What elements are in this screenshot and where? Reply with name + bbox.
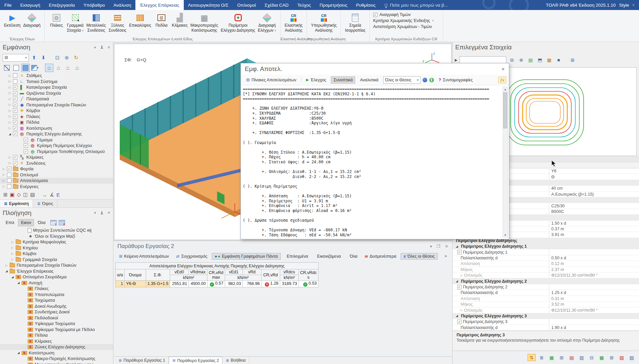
level-select[interactable]: Θ ▾ <box>3 54 29 62</box>
expander-icon[interactable] <box>9 103 13 106</box>
menu-item[interactable]: Ρυθμίσεις <box>352 0 380 10</box>
col-vrdcs[interactable]: vRdcs <box>280 269 298 275</box>
chevron-down-icon[interactable]: ▾ <box>94 211 96 215</box>
tree-item[interactable]: Κόμβοι <box>0 108 113 114</box>
view-wireframe-icon[interactable] <box>3 64 11 72</box>
model-outline-icon[interactable]: ⌂ <box>54 64 63 72</box>
copy-icon[interactable]: ⧉ <box>508 57 516 63</box>
ribbon-button[interactable]: ΕλαστικήςΑνάλυσης <box>283 12 304 33</box>
tree-item[interactable]: Στάθμες <box>0 73 113 79</box>
col-cr-vrdcs[interactable]: CR,vRdc s <box>298 269 318 281</box>
close-icon[interactable]: ✕ <box>501 67 505 72</box>
property-row[interactable]: ▷ Απόσταση 0.31 m <box>453 296 639 302</box>
angle-icon[interactable]: ∡ <box>50 192 54 198</box>
toolbar-button[interactable]: Επιλεγμένα <box>282 253 311 260</box>
visibility-checkbox[interactable] <box>13 120 17 124</box>
tree-item[interactable]: Κριτήρια Μορφολογίας <box>0 239 113 245</box>
export-icon[interactable]: ⇅ <box>528 354 536 361</box>
view-hiddenline-icon[interactable] <box>12 64 20 72</box>
expander-icon[interactable] <box>9 115 13 118</box>
positions-select[interactable]: Όλες οι Θέσεις ▾ <box>383 76 421 84</box>
toolbar-button[interactable]: Όλα <box>345 253 361 260</box>
tree-item[interactable]: Αποτελέσματα <box>0 178 113 184</box>
toolbar-overflow-chevron[interactable]: » <box>445 254 449 258</box>
tree-item[interactable]: Γέμισμα <box>0 137 113 143</box>
tree-item[interactable]: Πεπερασμένα Στοιχεία Πλακών <box>0 102 113 108</box>
property-row[interactable]: ▷ Περίμετρος Ελέγχου Διάτρησης 3 <box>453 313 639 319</box>
ribbon-button[interactable]: Διαγραφή <box>22 12 42 29</box>
visibility-checkbox[interactable] <box>24 138 28 142</box>
visibility-checkbox[interactable] <box>13 97 17 101</box>
panel-tab[interactable]: ≣ Όψεις <box>33 200 57 207</box>
menu-item[interactable]: File <box>0 0 16 10</box>
table-row[interactable]: 1 Υ6-Θ 1.35·G+1.5 2551.81 4500.00 0.57 9… <box>116 281 318 287</box>
perimeter-checkbox[interactable] <box>457 285 462 289</box>
ribbon-button[interactable]: Μακροπεριοχές Κοιτόστρωσης <box>189 12 219 34</box>
tree-item[interactable]: Όλοι οι Έλεγχοι Μαζί <box>0 233 113 239</box>
ribbon-button[interactable]: Κλίμακες <box>170 12 189 34</box>
layers-icon[interactable]: ▤ <box>527 57 534 63</box>
property-row[interactable]: ▷ Πολλαπλασιαστής d 0.50 x d <box>453 255 639 261</box>
expander-icon[interactable] <box>17 351 22 354</box>
expander-icon[interactable] <box>9 97 13 101</box>
restore-icon[interactable]: ❐ <box>437 244 440 249</box>
run-check-button[interactable]: ▶ Έλεγχος <box>303 76 329 84</box>
col-vrd[interactable]: vRd <box>242 269 261 275</box>
expander-icon[interactable] <box>17 281 22 284</box>
tree-item[interactable]: Δοκοί Ανωδομής <box>0 303 113 309</box>
expander-icon[interactable] <box>9 161 13 165</box>
tree-item[interactable]: Κτηρίου <box>0 245 113 251</box>
table-check-icon[interactable]: ▦ <box>548 354 556 361</box>
pin-icon[interactable] <box>100 45 103 49</box>
menu-item[interactable]: Λειτουργικότητα Ο/Σ <box>184 0 233 10</box>
expander-icon[interactable]: ▷ <box>461 309 463 312</box>
property-row[interactable]: ▷ Περίμετρος Διάτρησης 1 <box>453 249 639 255</box>
tree-item[interactable]: Κατακόρυφα Στοιχεία <box>0 84 113 90</box>
dimension-icon[interactable]: ↔ <box>42 192 47 198</box>
ribbon-button[interactable]: Επικαλύψεις <box>128 12 152 34</box>
panel-tab[interactable]: ≣ Εμφάνιση <box>0 200 33 207</box>
style-menu[interactable]: Style <box>619 3 629 8</box>
expander-icon[interactable] <box>9 156 13 159</box>
color-criteria-menu[interactable]: Κριτήρια Χρωματικής Ένδειξης ˅ <box>373 18 434 23</box>
tree-item[interactable]: Κοιτόστρωση <box>0 350 113 356</box>
visibility-checkbox[interactable] <box>24 143 28 148</box>
tree-item[interactable]: Ενέργειες <box>0 184 113 190</box>
ribbon-button[interactable]: Γραμμικά Στοιχεία ˅ <box>65 12 85 34</box>
cube-blue-icon[interactable]: ⬒ <box>536 57 544 63</box>
nav-tab-shown[interactable]: Εικον <box>18 219 34 226</box>
tree-item[interactable]: Υψίκορμα Τοιχώματα <box>0 321 113 327</box>
property-row[interactable]: ▷ Περίμετρος Διάτρησης 3 <box>453 319 639 325</box>
chevron-down-icon[interactable]: ▾ <box>94 45 96 50</box>
model-rendered-icon[interactable]: ⌂ <box>45 64 53 72</box>
tree-item[interactable]: Μητρώο Συντελεστών CQC eij <box>0 227 113 233</box>
fx-formula-icon[interactable]: ƒx <box>498 77 506 83</box>
expander-icon[interactable] <box>11 246 16 249</box>
visibility-checkbox[interactable] <box>13 132 17 136</box>
expander-icon[interactable] <box>9 121 13 124</box>
detailed-toggle[interactable]: Αναλυτικά <box>357 76 381 84</box>
toolbar-button[interactable]: Δυσμενέστερα <box>362 253 399 260</box>
tree-item[interactable]: Φορτία <box>0 166 113 172</box>
visibility-checkbox[interactable] <box>13 79 17 84</box>
expander-icon[interactable] <box>3 179 7 182</box>
visibility-checkbox[interactable] <box>13 85 17 89</box>
close-icon[interactable]: ✕ <box>445 244 448 249</box>
menu-item[interactable]: Τεύχος <box>293 0 315 10</box>
cube-stack-icon[interactable]: ▦ <box>546 57 553 63</box>
ribbon-button[interactable]: Ξύλινες Συνδέσεις <box>107 12 128 34</box>
tell-me-search[interactable]: Πείτε μου πως μπορώ να β... <box>385 0 448 10</box>
scrollbar-thumb[interactable] <box>503 92 507 128</box>
zoom-icon[interactable]: ⊕ <box>518 57 525 63</box>
tree-item[interactable]: Αντοχή <box>0 280 113 286</box>
ribbon-button[interactable]: Διαγραφή Ελέγχων ˅ <box>256 12 277 34</box>
tree-item[interactable]: Πέδιλα <box>0 119 113 125</box>
polygon-select-icon[interactable]: ◇ <box>17 192 21 198</box>
visibility-checkbox[interactable] <box>13 114 17 119</box>
menu-item[interactable]: Σχέδια CAD <box>260 0 293 10</box>
layers-icon[interactable]: ▧ <box>618 354 626 361</box>
perimeter-checkbox[interactable] <box>457 320 462 324</box>
cube-icon[interactable]: ■ <box>555 57 562 63</box>
tree-item[interactable]: Υψίκορμα Τοιχώματα με Πέδιλο <box>0 327 113 333</box>
level-down-button[interactable]: ⬇ <box>39 54 47 62</box>
